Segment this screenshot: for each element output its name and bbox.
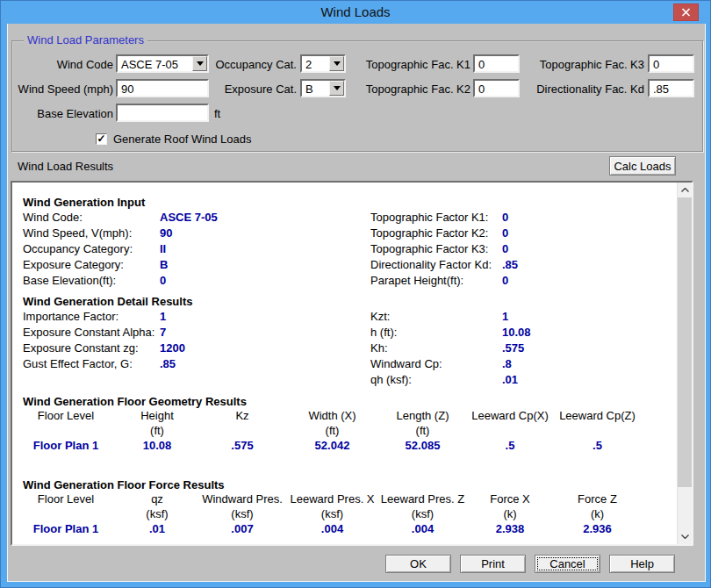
result-row: Kh:.575 bbox=[370, 341, 531, 356]
ok-button[interactable]: OK bbox=[385, 555, 451, 573]
input-section-title: Wind Generation Input bbox=[23, 196, 145, 209]
base-elevation-input[interactable] bbox=[116, 104, 209, 122]
topo-k3-input[interactable] bbox=[648, 54, 694, 73]
col-header: Force X bbox=[467, 491, 553, 506]
cell: .01 bbox=[116, 521, 198, 536]
result-row: Exposure Category:B bbox=[23, 257, 218, 273]
geometry-table-headers: Floor Level Height Kz Width (X) Length (… bbox=[16, 408, 642, 423]
dir-kd-input[interactable] bbox=[648, 79, 694, 97]
cancel-button[interactable]: Cancel bbox=[535, 555, 600, 573]
result-row: Topographic Factor K1:0 bbox=[370, 210, 518, 226]
col-unit bbox=[16, 506, 116, 521]
col-header: qz bbox=[116, 491, 198, 506]
cell: .004 bbox=[378, 521, 467, 536]
cell: 10.08 bbox=[116, 438, 198, 453]
wind-speed-input[interactable] bbox=[116, 79, 209, 97]
force-table-units: (ksf) (ksf) (ksf) (ksf) (k) (k) bbox=[16, 506, 642, 521]
result-row: Parapet Height(ft):0 bbox=[370, 273, 518, 289]
col-unit bbox=[467, 423, 553, 438]
force-table-row: Floor Plan 1 .01 .007 .004 .004 2.938 2.… bbox=[16, 521, 642, 536]
cell: 52.085 bbox=[378, 438, 467, 453]
topo-k1-input[interactable] bbox=[473, 54, 520, 73]
col-unit: (ft) bbox=[286, 423, 378, 438]
col-header: Kz bbox=[198, 408, 286, 423]
result-row: Directionality Factor Kd:.85 bbox=[370, 257, 518, 273]
close-icon bbox=[681, 6, 691, 19]
col-header: Length (Z) bbox=[378, 408, 467, 423]
col-header: Leeward Pres. X bbox=[286, 491, 378, 506]
col-header: Leeward Cp(Z) bbox=[553, 408, 642, 423]
wind-speed-label: Wind Speed (mph) bbox=[11, 82, 113, 97]
base-elevation-unit: ft bbox=[214, 107, 232, 121]
cell: .575 bbox=[198, 438, 286, 453]
dialog-title: Wind Loads bbox=[1, 1, 710, 24]
geometry-table-units: (ft) (ft) (ft) bbox=[16, 423, 642, 438]
wind-code-select[interactable]: ASCE 7-05 bbox=[116, 54, 209, 73]
result-row: Gust Effect Factor, G:.85 bbox=[23, 356, 185, 372]
occupancy-select[interactable]: 2 bbox=[300, 54, 346, 73]
result-row: qh (ksf):.01 bbox=[370, 372, 531, 388]
result-row: h (ft):10.08 bbox=[370, 325, 531, 341]
group-title: Wind Load Parameters bbox=[24, 33, 147, 47]
force-section-title: Wind Generation Floor Force Results bbox=[23, 478, 225, 491]
col-unit: (k) bbox=[553, 506, 642, 521]
topo-k2-label: Topographic Fac. K2 bbox=[360, 82, 470, 97]
detail-left-column: Importance Factor:1 Exposure Constant Al… bbox=[23, 309, 185, 372]
title-bar[interactable]: Wind Loads bbox=[1, 1, 710, 24]
topo-k1-label: Topographic Fac. K1 bbox=[360, 58, 470, 72]
help-button[interactable]: Help bbox=[609, 555, 675, 573]
cell: Floor Plan 1 bbox=[16, 521, 116, 536]
result-row: Importance Factor:1 bbox=[23, 309, 185, 325]
col-header: Leeward Cp(X) bbox=[467, 408, 553, 423]
col-unit: (ksf) bbox=[378, 506, 467, 521]
col-unit: (ksf) bbox=[198, 506, 286, 521]
col-unit bbox=[16, 423, 116, 438]
occupancy-label: Occupancy Cat. bbox=[205, 58, 297, 72]
exposure-label: Exposure Cat. bbox=[205, 82, 297, 97]
col-unit: (ft) bbox=[378, 423, 467, 438]
base-elevation-label: Base Elevation bbox=[19, 107, 113, 121]
cell: 2.938 bbox=[467, 521, 553, 536]
cell: .5 bbox=[467, 438, 553, 453]
exposure-select[interactable]: B bbox=[300, 79, 346, 97]
result-row: Kzt:1 bbox=[370, 309, 531, 325]
cell: .5 bbox=[553, 438, 642, 453]
cell: Floor Plan 1 bbox=[16, 438, 116, 453]
col-unit: (k) bbox=[467, 506, 553, 521]
topo-k2-input[interactable] bbox=[473, 79, 520, 97]
scroll-up-icon[interactable] bbox=[678, 183, 693, 197]
scrollbar-thumb[interactable] bbox=[678, 197, 693, 487]
force-table-headers: Floor Level qz Windward Pres. Leeward Pr… bbox=[16, 491, 642, 506]
roof-loads-checkbox-label: Generate Roof Wind Loads bbox=[113, 133, 289, 147]
print-button[interactable]: Print bbox=[460, 555, 526, 573]
cell: .004 bbox=[286, 521, 378, 536]
col-header: Height bbox=[116, 408, 198, 423]
input-right-column: Topographic Factor K1:0 Topographic Fact… bbox=[370, 210, 518, 289]
exposure-value: B bbox=[305, 82, 313, 96]
vertical-scrollbar[interactable] bbox=[677, 183, 692, 544]
cell: 2.936 bbox=[553, 521, 642, 536]
scroll-down-icon[interactable] bbox=[678, 529, 693, 544]
wind-loads-dialog: Wind Loads Wind Load Parameters Wind Cod… bbox=[0, 0, 711, 588]
chevron-down-icon[interactable] bbox=[329, 56, 344, 71]
col-header: Floor Level bbox=[16, 491, 116, 506]
col-unit: (ksf) bbox=[116, 506, 198, 521]
result-row: Exposure Constant zg:1200 bbox=[23, 341, 185, 356]
chevron-down-icon[interactable] bbox=[329, 81, 344, 96]
results-pane: Wind Generation Input Wind Code:ASCE 7-0… bbox=[11, 181, 693, 546]
roof-loads-checkbox[interactable]: ✓ bbox=[96, 133, 107, 145]
detail-section-title: Wind Generation Detail Results bbox=[23, 295, 192, 308]
col-unit bbox=[198, 423, 286, 438]
calc-loads-button[interactable]: Calc Loads bbox=[609, 156, 676, 176]
geometry-section-title: Wind Generation Floor Geometry Results bbox=[23, 395, 247, 408]
close-button[interactable] bbox=[673, 4, 699, 21]
geometry-table-row: Floor Plan 1 10.08 .575 52.042 52.085 .5… bbox=[16, 438, 642, 453]
col-unit: (ksf) bbox=[286, 506, 378, 521]
results-section-label: Wind Load Results bbox=[18, 160, 149, 174]
dialog-body: Wind Load Parameters Wind Code ASCE 7-05… bbox=[7, 24, 706, 582]
wind-code-value: ASCE 7-05 bbox=[121, 58, 178, 71]
result-row: Wind Code:ASCE 7-05 bbox=[23, 210, 218, 226]
input-left-column: Wind Code:ASCE 7-05 Wind Speed, V(mph):9… bbox=[23, 210, 218, 289]
topo-k3-label: Topographic Fac. K3 bbox=[532, 58, 644, 72]
col-header: Leeward Pres. Z bbox=[378, 491, 467, 506]
